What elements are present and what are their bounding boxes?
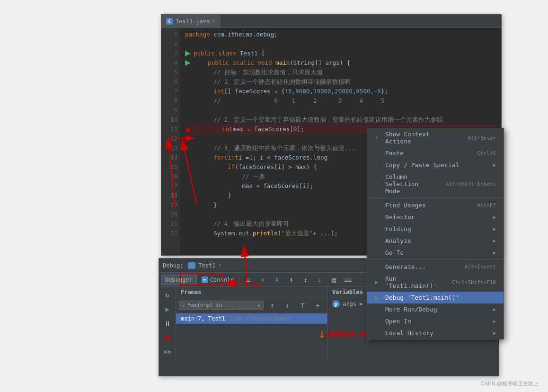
debug-tab-name: Test1 <box>198 262 215 269</box>
debug-tab-icon: T <box>188 262 195 269</box>
debug-icon: ▶ <box>375 294 382 301</box>
var-badge: p <box>332 300 340 308</box>
code-line-7: int[] faceScores = {15, 9000, 10000, 200… <box>185 87 496 96</box>
frames-toolbar: ✓ "main"@1 in ... ▾ ↑ ↓ ⊤ + <box>176 298 327 313</box>
menu-go-to[interactable]: Go To ▶ <box>367 247 504 258</box>
context-actions-icon: ⚡ <box>375 134 382 141</box>
resume-button[interactable]: ⬆ <box>256 274 269 285</box>
java-file-icon: C <box>166 18 173 25</box>
menu-label-refactor: Refactor <box>385 214 493 221</box>
menu-label-paste: Paste <box>385 150 468 157</box>
rerun-button[interactable]: ≡ <box>242 274 255 285</box>
step-into-button[interactable]: ⬆ <box>284 274 298 285</box>
menu-refactor[interactable]: Refactor ▶ <box>367 211 504 223</box>
menu-label-folding: Folding <box>385 225 493 232</box>
more-sidebar-button[interactable]: >> <box>161 346 174 358</box>
menu-shortcut-generate: Alt+Insert <box>465 264 496 270</box>
menu-analyze[interactable]: Analyze ▶ <box>367 235 504 247</box>
menu-more-run-debug[interactable]: More Run/Debug ▶ <box>367 303 504 315</box>
menu-shortcut-find-usages: Alt+F7 <box>477 202 496 208</box>
menu-shortcut-column-selection: Alt+Shift+Insert <box>446 181 496 187</box>
line-numbers: 1 2 3 4 5 6 7 8 9 10 11 12 13 14 15 16 1… <box>161 28 180 255</box>
folding-arrow: ▶ <box>493 226 496 232</box>
evaluate-button[interactable]: ▤ <box>327 274 340 285</box>
step-over-arrow-annotation: ↓ <box>318 326 326 341</box>
menu-label-analyze: Analyze <box>385 237 493 244</box>
menu-label-generate: Generate... <box>385 263 455 270</box>
code-line-2 <box>185 39 496 49</box>
thread-name: "main"@1 in ... <box>187 303 234 309</box>
goto-arrow: ▶ <box>493 250 496 255</box>
stop-button[interactable]: ■ <box>161 331 174 344</box>
code-line-1: package com.itheima.debug; <box>185 30 496 39</box>
refactor-arrow: ▶ <box>493 214 496 220</box>
submenu-arrow: ▶ <box>493 162 496 168</box>
menu-label-run-main: Run 'Test1.main()' <box>385 275 442 289</box>
frames-panel: Frames ✓ "main"@1 in ... ▾ ↑ ↓ ⊤ + main:… <box>176 287 327 362</box>
editor-tab-label: Test1.java <box>176 18 210 25</box>
run-icon: ▶ <box>375 279 382 285</box>
menu-paste[interactable]: Paste Ctrl+V <box>367 147 504 159</box>
menu-shortcut-paste: Ctrl+V <box>477 150 496 156</box>
menu-copy-paste-special[interactable]: Copy / Paste Special ▶ <box>367 159 504 171</box>
menu-folding[interactable]: Folding ▶ <box>367 223 504 235</box>
console-tab[interactable]: ▶ Console <box>198 275 238 285</box>
frame-item-main[interactable]: main:7, Test1 (com.itheima.demo) <box>176 313 327 324</box>
code-line-3: public class Test1 { <box>185 49 496 58</box>
menu-show-context-actions[interactable]: ⚡ Show Context Actions Alt+Enter <box>367 128 504 147</box>
resume-sidebar-button[interactable]: ▶ <box>161 303 174 315</box>
editor-tab-test1[interactable]: C Test1.java × <box>161 15 221 27</box>
console-icon: ▶ <box>202 276 208 283</box>
menu-label-more-run-debug: More Run/Debug <box>385 306 493 313</box>
menu-run-main[interactable]: ▶ Run 'Test1.main()' Ctrl+Shift+F10 <box>367 273 504 292</box>
editor-tab-bar: C Test1.java × <box>161 15 501 28</box>
debug-tab-test1[interactable]: T Test1 × <box>188 262 221 269</box>
menu-generate[interactable]: Generate... Alt+Insert <box>367 259 504 273</box>
restart-button[interactable]: ↻ <box>161 289 174 301</box>
code-line-6: // 1、定义一个静态初始化的数组存储颜值数据啊 <box>185 77 496 87</box>
thread-dropdown-arrow[interactable]: ▾ <box>257 303 260 309</box>
step-out-button[interactable]: ↕ <box>299 274 312 285</box>
toolbar-separator-1 <box>239 276 240 284</box>
step-over-button[interactable]: ⬇ <box>270 274 283 285</box>
debugger-tab[interactable]: Debugger <box>161 275 197 285</box>
thread-selector[interactable]: ✓ "main"@1 in ... ▾ <box>179 301 264 310</box>
thread-check-icon: ✓ <box>182 302 186 309</box>
code-line-10: // 2、定义一个变量用于存储最大值数据，变量的初始值建议用第一个元素作为参照 <box>185 115 496 125</box>
local-history-arrow: ▶ <box>493 330 496 336</box>
more-run-arrow: ▶ <box>493 307 496 312</box>
menu-label-local-history: Local History <box>385 330 493 337</box>
debug-left-sidebar: ↻ ▶ ⏸ ■ >> <box>159 287 176 362</box>
frames-header: Frames <box>176 287 327 298</box>
var-name-args: args <box>343 301 356 307</box>
watermark: CSDN @程序喵正在路上 <box>481 380 539 387</box>
tab-close-button[interactable]: × <box>212 18 215 24</box>
run-to-cursor-button[interactable]: ⇓ <box>313 274 326 285</box>
menu-find-usages[interactable]: Find Usages Alt+F7 <box>367 198 504 211</box>
debug-tab-close[interactable]: × <box>218 263 221 268</box>
code-line-9 <box>185 106 496 115</box>
code-line-4: public static void main(String[] args) { <box>185 58 496 68</box>
menu-label-open-in: Open In <box>385 318 493 325</box>
menu-shortcut-show-context-actions: Alt+Enter <box>468 135 496 141</box>
code-line-8: // 0 1 2 3 4 5 <box>185 96 496 106</box>
settings-button[interactable]: ≡≡ <box>341 274 354 285</box>
frame-add-button[interactable]: + <box>311 300 324 311</box>
context-menu: ⚡ Show Context Actions Alt+Enter Paste C… <box>367 128 504 339</box>
debug-panel-label: Debug: <box>163 262 183 269</box>
menu-label-debug-main: Debug 'Test1.main()' <box>385 294 496 301</box>
menu-debug-main[interactable]: ▶ Debug 'Test1.main()' <box>367 292 504 303</box>
code-line-5: // 目标：实现数组求最值，只求最大值 <box>185 68 496 77</box>
frame-down-button[interactable]: ↓ <box>281 300 294 311</box>
menu-local-history[interactable]: Local History ▶ <box>367 327 504 339</box>
frame-up-button[interactable]: ↑ <box>265 300 279 311</box>
menu-label-go-to: Go To <box>385 249 493 256</box>
menu-column-selection[interactable]: Column Selection Mode Alt+Shift+Insert <box>367 171 504 197</box>
menu-label-find-usages: Find Usages <box>385 202 468 209</box>
frame-filter-button[interactable]: ⊤ <box>296 300 309 311</box>
open-in-arrow: ▶ <box>493 319 496 324</box>
analyze-arrow: ▶ <box>493 238 496 243</box>
menu-shortcut-run-main: Ctrl+Shift+F10 <box>452 279 496 285</box>
menu-open-in[interactable]: Open In ▶ <box>367 315 504 327</box>
pause-button[interactable]: ⏸ <box>161 317 174 330</box>
